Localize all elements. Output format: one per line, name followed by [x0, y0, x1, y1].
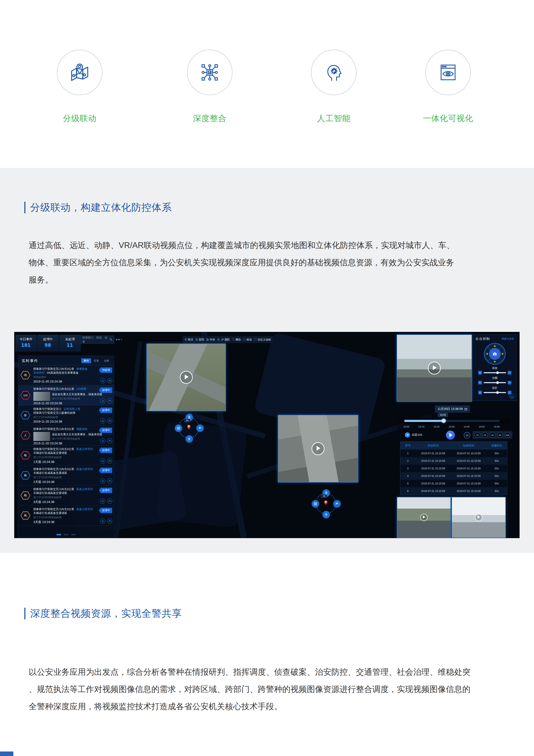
rewind-10s-button[interactable]: 后退10S: [405, 432, 422, 438]
table-row[interactable]: 62019-07-31 15:15:592019-07-31 15:15:595…: [400, 487, 507, 495]
chip-医院[interactable]: 医院: [195, 338, 204, 341]
event-category-link[interactable]: 运维巡检上报: [64, 407, 80, 411]
slider-knob[interactable]: [496, 371, 499, 374]
cctv-icon[interactable]: [333, 500, 341, 508]
ptz-down-arrow[interactable]: [494, 361, 496, 363]
camera-thumbnail-video[interactable]: [397, 497, 451, 538]
event-category-link[interactable]: 110报警: [76, 387, 86, 391]
map-video-popup[interactable]: [278, 415, 358, 482]
event-item[interactable]: 缉熙春路与宁双路交叉口向北3公里肇事逃逸本地布控G6高速路段发生肇事逃逸等待处理…: [18, 365, 114, 385]
timeline-knob[interactable]: [442, 419, 446, 423]
chip-路况[interactable]: 路况: [184, 338, 193, 341]
speed-button-4X[interactable]: 4X: [490, 432, 495, 438]
chip-框选[interactable]: 框选: [243, 338, 252, 341]
slider-knob[interactable]: [496, 381, 499, 384]
plus-button[interactable]: +: [478, 391, 482, 394]
event-item[interactable]: 检熙春路与宁双路交叉口向北3公里高速公路管控车辆逆行造成高速交通堵塞张三于10:…: [18, 446, 114, 466]
table-row[interactable]: 22019-07-31 15:15:592019-07-31 15:15:595…: [400, 457, 507, 465]
monitor-wall-icon[interactable]: [311, 500, 319, 508]
speed-button-16X[interactable]: 16X: [505, 432, 510, 438]
play-icon[interactable]: [428, 362, 441, 375]
tab-事件[interactable]: 事件: [81, 358, 91, 363]
camera-cluster[interactable]: 24: [179, 418, 199, 438]
play-button[interactable]: [446, 431, 455, 440]
event-item[interactable]: 检熙春路与宁双路交叉口向北3公里高速公路管控车辆逆行造成高速交通堵塞张三于10:…: [18, 486, 114, 505]
collapse-icon[interactable]: [107, 398, 112, 403]
plus-button[interactable]: +: [478, 381, 482, 385]
collapse-icon[interactable]: [107, 519, 112, 524]
collapse-icon[interactable]: [107, 438, 112, 444]
play-icon[interactable]: [180, 371, 193, 384]
event-item[interactable]: 检熙春路与宁双路交叉口向北3公里高速公路管控车辆逆行造成高速交通堵塞张三于10:…: [18, 505, 114, 526]
event-category-link[interactable]: 高速公路管控: [76, 447, 93, 451]
preset-settings-link[interactable]: 预置位设置: [502, 337, 514, 340]
collapse-icon[interactable]: [107, 478, 112, 484]
speed-button-8X[interactable]: 8X: [497, 432, 503, 438]
play-icon[interactable]: [312, 442, 324, 455]
pagination-dash[interactable]: [56, 534, 61, 535]
minus-button[interactable]: −: [508, 381, 511, 385]
cctv-icon[interactable]: [196, 424, 204, 432]
play-icon[interactable]: [420, 514, 428, 521]
history-icon[interactable]: [100, 499, 105, 504]
history-icon[interactable]: [100, 478, 105, 484]
event-category-link[interactable]: 高速公路管控: [76, 487, 93, 491]
event-category-link[interactable]: 高速公路管控: [76, 468, 93, 471]
history-icon[interactable]: [100, 438, 105, 444]
tab-任务[interactable]: 任务: [91, 358, 101, 363]
collapse-icon[interactable]: [107, 458, 112, 464]
search-icon[interactable]: [109, 338, 113, 341]
speed-button-1X[interactable]: 1X: [474, 432, 480, 438]
map-video-popup[interactable]: [146, 343, 226, 411]
pagination-dash[interactable]: [71, 534, 76, 535]
camera-thumbnail-video[interactable]: [451, 497, 506, 538]
history-icon[interactable]: [100, 398, 105, 403]
event-item[interactable]: 110熙春路与宁双路交叉口向北3公里110报警该处发生重大五车追尾事故，请速来营…: [18, 385, 114, 405]
table-row[interactable]: 12019-07-31 15:15:592019-07-31 15:15:595…: [400, 449, 507, 457]
speed-button-2X[interactable]: 2X: [482, 432, 488, 438]
event-item[interactable]: 人熙春路与宁双路交叉口向北3公里视频巡检该处发生重大五车追尾事故，请速来营救张三…: [18, 425, 114, 446]
history-icon[interactable]: [100, 519, 105, 524]
play-icon[interactable]: [475, 514, 482, 521]
ptz-right-arrow[interactable]: [502, 353, 504, 355]
event-thumbnail[interactable]: [33, 392, 50, 401]
plus-button[interactable]: +: [478, 371, 482, 375]
chip-测距[interactable]: 测距: [221, 338, 230, 341]
table-row[interactable]: 32019-07-31 15:15:592019-07-31 15:15:595…: [400, 465, 507, 472]
webcam-icon[interactable]: [322, 511, 330, 519]
monitor-wall-icon[interactable]: [174, 424, 183, 432]
chip-自定义选框[interactable]: 自定义选框: [254, 338, 271, 341]
history-icon[interactable]: [100, 378, 105, 383]
history-icon[interactable]: [100, 418, 105, 423]
table-row[interactable]: 42019-07-31 15:15:592019-07-31 15:15:595…: [400, 472, 507, 480]
event-category-link[interactable]: 肇事逃逸: [76, 367, 88, 370]
collapse-icon[interactable]: [107, 499, 112, 504]
slider-track[interactable]: [484, 372, 506, 373]
history-icon[interactable]: [100, 458, 105, 464]
search-input[interactable]: 搜索路口、路段、设备: [80, 336, 114, 344]
event-thumbnail[interactable]: [33, 432, 50, 441]
event-category-link[interactable]: 视频巡检: [76, 427, 88, 431]
map-pin[interactable]: [187, 425, 191, 428]
camera-cluster[interactable]: 15: [316, 493, 336, 514]
more-options-icon[interactable]: [116, 339, 122, 340]
datetime-picker[interactable]: 11月20日 13:38:59: [435, 406, 470, 413]
map-pin[interactable]: [324, 500, 327, 504]
table-row[interactable]: 52019-07-31 15:15:592019-07-31 15:15:595…: [400, 480, 507, 487]
ptz-up-arrow[interactable]: [494, 345, 496, 347]
timeline-slider[interactable]: [404, 420, 499, 422]
ptz-left-arrow[interactable]: [486, 353, 488, 355]
collapse-icon[interactable]: [107, 418, 112, 423]
slider-knob[interactable]: [496, 391, 499, 394]
tab-分析[interactable]: 分析: [102, 358, 111, 363]
event-item[interactable]: 检熙春路与宁双路交叉口向北3公里高速公路管控车辆逆行造成高速交通堵塞张三于10:…: [18, 466, 114, 486]
event-list-pagination[interactable]: [18, 534, 114, 535]
collapse-panel-icon[interactable]: [509, 394, 514, 399]
collapse-icon[interactable]: [107, 378, 112, 383]
pagination-dash[interactable]: [64, 534, 68, 535]
chip-学校[interactable]: 学校: [206, 338, 215, 341]
live-video-player[interactable]: [396, 335, 472, 402]
event-action-link[interactable]: 本地布控: [33, 371, 44, 374]
webcam-icon[interactable]: [185, 435, 193, 443]
snapshot-button[interactable]: [489, 348, 501, 360]
